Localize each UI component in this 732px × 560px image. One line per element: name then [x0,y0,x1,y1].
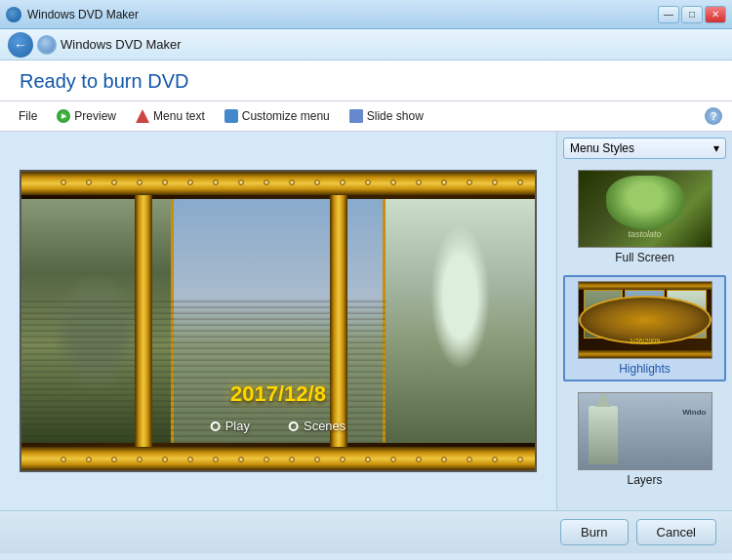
dot [467,457,472,462]
style-item-full-screen[interactable]: tastolato Full Screen [563,165,726,269]
dot [137,180,142,185]
preview-area: 2017/12/8 Play Scenes [0,132,556,510]
dvd-buttons: Play Scenes [211,419,346,433]
burn-button[interactable]: Burn [560,519,628,545]
dot [289,180,295,185]
dot [441,180,447,185]
dot [187,180,193,185]
dot [492,180,498,185]
scenes-button-label: Scenes [304,419,346,433]
play-menu-button[interactable]: Play [211,419,250,433]
text-icon [136,109,149,123]
menu-text-label: Menu text [153,109,205,123]
gold-strip-1 [135,172,152,470]
dot [517,180,523,185]
thumb-highlights-bg: 1/26/2009 [579,282,712,358]
preview-frame: 2017/12/8 Play Scenes [20,170,537,472]
dot [289,457,295,462]
file-label: File [19,109,37,123]
app-icon [6,7,21,22]
maximize-button[interactable]: □ [681,6,703,23]
dot [416,457,422,462]
style-thumb-layers: Windo [578,392,712,470]
file-menu[interactable]: File [10,105,46,127]
dot [213,457,219,462]
customize-menu-button[interactable]: Customize menu [216,105,339,127]
dot [86,180,92,185]
title-bar-text: Windows DVD Maker [27,8,139,21]
dot [467,180,472,185]
thumb-fs-title: tastolato [579,229,712,239]
thumb-flower [606,176,684,229]
page-title: Ready to burn DVD [20,70,712,93]
cancel-button[interactable]: Cancel [636,519,716,545]
dot [390,457,396,462]
dot [492,457,498,462]
dot [61,180,66,185]
play-button-label: Play [225,419,250,433]
slideshow-icon [349,109,363,123]
dropdown-label: Menu Styles [570,141,634,155]
slide-show-label: Slide show [367,109,424,123]
close-button[interactable]: ✕ [705,6,726,23]
customize-menu-label: Customize menu [242,109,330,123]
style-label-highlights: Highlights [619,362,671,376]
minimize-button[interactable]: — [658,6,679,23]
scenes-circle-icon [289,421,299,431]
style-label-full-screen: Full Screen [615,251,674,264]
dot [162,180,168,185]
help-button[interactable]: ? [705,107,722,125]
dot [365,457,371,462]
dvd-icon [37,35,57,55]
title-bar-controls: — □ ✕ [658,6,726,23]
dot [314,180,320,185]
back-button[interactable]: ← [8,32,33,58]
dot [111,457,117,462]
dot [187,457,193,462]
nav-bar: ← Windows DVD Maker [0,29,732,60]
dot [137,457,142,462]
dot [416,180,422,185]
play-icon: ▶ [57,109,70,123]
dot [111,180,117,185]
dot [314,457,320,462]
styles-list: tastolato Full Screen [563,165,726,504]
thumb-fullscreen-bg: tastolato [579,171,712,247]
dot [61,457,66,462]
style-thumb-highlights: 1/26/2009 [578,281,712,359]
dot-row-bottom [61,457,535,462]
thumb-hl-date: 1/26/2009 [579,338,712,344]
photo-goose [386,199,535,443]
menu-text-button[interactable]: Menu text [127,105,214,127]
style-item-highlights[interactable]: 1/26/2009 Highlights [563,275,726,381]
dot [162,457,168,462]
title-bar-left: Windows DVD Maker [6,7,139,22]
style-thumb-full-screen: tastolato [578,170,712,248]
dot [517,457,523,462]
dot [340,180,346,185]
title-bar: Windows DVD Maker — □ ✕ [0,0,732,29]
toolbar: File ▶ Preview Menu text Customize menu … [0,101,732,132]
preview-button[interactable]: ▶ Preview [48,105,125,127]
chevron-down-icon: ▾ [713,141,719,155]
slide-show-button[interactable]: Slide show [341,105,432,127]
scenes-menu-button[interactable]: Scenes [289,419,346,433]
thumb-layers-text: Windo [682,408,706,417]
style-item-layers[interactable]: Windo Layers [563,387,726,492]
dot [238,457,244,462]
menu-styles-dropdown[interactable]: Menu Styles ▾ [563,138,726,159]
header: Ready to burn DVD [0,60,732,101]
nav-title: Windows DVD Maker [61,37,182,52]
dot [264,180,269,185]
right-panel: Menu Styles ▾ tastolato Full Screen [556,132,732,510]
thumb-hl-gold-bot [579,350,712,358]
bottom-bar: Burn Cancel [0,510,732,553]
dvd-date: 2017/12/8 [230,381,326,407]
dot [340,457,346,462]
thumb-hl-gold-top [579,282,712,290]
preview-label: Preview [74,109,116,123]
dot [365,180,371,185]
dot [390,180,396,185]
dot [213,180,219,185]
customize-icon [224,109,238,123]
